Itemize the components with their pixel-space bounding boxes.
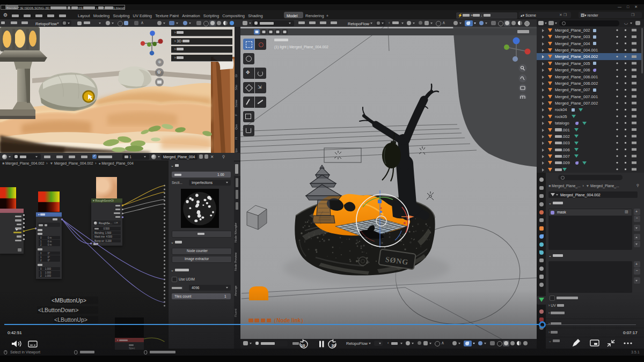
svg-text:10: 10 [301, 343, 305, 348]
svg-text:30: 30 [332, 343, 336, 348]
